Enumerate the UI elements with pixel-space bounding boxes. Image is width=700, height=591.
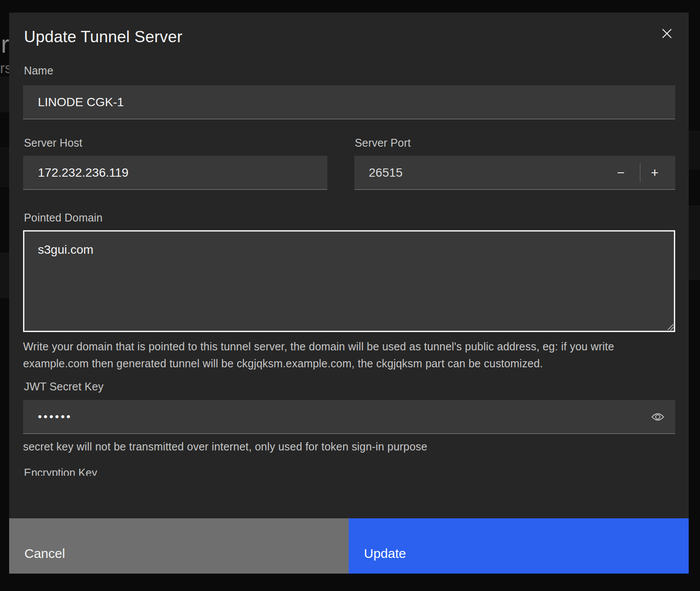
dialog-title: Update Tunnel Server xyxy=(24,28,182,46)
show-password-button[interactable] xyxy=(647,406,668,427)
port-increment-button[interactable]: + xyxy=(643,156,666,190)
close-icon xyxy=(661,28,673,39)
pointed-domain-textarea[interactable]: s3gui.com xyxy=(23,230,675,332)
background-row-band xyxy=(0,147,9,187)
cancel-button[interactable]: Cancel xyxy=(9,518,349,574)
background-row-band xyxy=(0,77,9,112)
encryption-key-label: Encryption Key xyxy=(24,466,285,476)
background-row-band xyxy=(689,131,700,170)
update-tunnel-server-dialog: Update Tunnel Server Name Server Host Se… xyxy=(9,13,689,574)
pointed-domain-help-text: Write your domain that is pointed to thi… xyxy=(23,338,641,372)
jwt-secret-key-input[interactable] xyxy=(23,400,675,434)
close-button[interactable] xyxy=(656,22,678,45)
name-label: Name xyxy=(24,64,54,77)
jwt-secret-key-field xyxy=(23,400,675,434)
background-row-band xyxy=(0,252,9,298)
pointed-domain-label: Pointed Domain xyxy=(24,212,103,224)
stepper-divider xyxy=(640,163,640,182)
server-port-number-input: − + xyxy=(354,156,675,190)
server-port-label: Server Port xyxy=(355,137,411,149)
port-decrement-button[interactable]: − xyxy=(609,156,632,190)
update-button[interactable]: Update xyxy=(349,518,689,574)
jwt-secret-key-help-text: secret key will not be transmitted over … xyxy=(23,438,641,455)
background-row-band xyxy=(689,205,700,280)
background-heading-fragment: r xyxy=(1,31,9,57)
encryption-key-label-clipped: Encryption Key xyxy=(24,466,285,476)
page-background: r rs Update Tunnel Server Name Server Ho… xyxy=(0,0,700,591)
name-input[interactable] xyxy=(23,85,675,119)
dialog-footer: Cancel Update xyxy=(9,518,689,574)
jwt-secret-key-label: JWT Secret Key xyxy=(24,380,104,393)
eye-icon xyxy=(650,410,665,424)
server-host-label: Server Host xyxy=(24,137,82,149)
server-host-input[interactable] xyxy=(23,156,327,190)
